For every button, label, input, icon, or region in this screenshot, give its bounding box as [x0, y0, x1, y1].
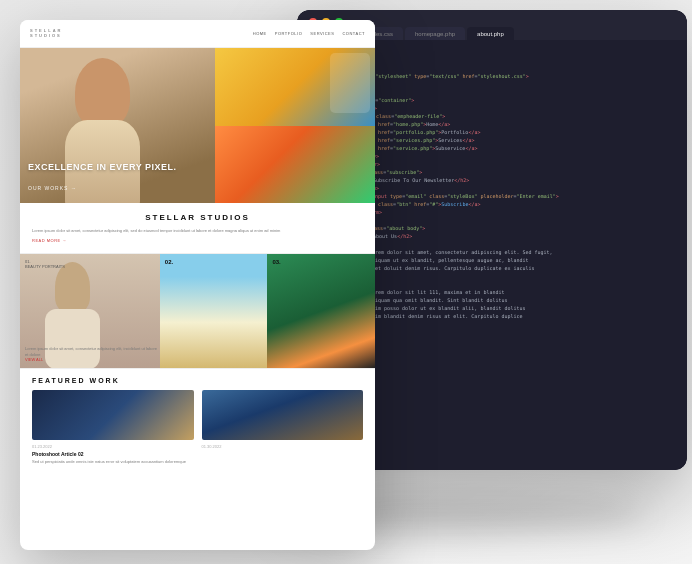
hero-person-image	[20, 48, 215, 203]
hero-headline: EXCELLENCE IN EVERY PIXEL.	[28, 163, 177, 173]
nav-home[interactable]: HOME	[253, 31, 267, 36]
hero-cta-link[interactable]: Our Works	[28, 185, 77, 191]
site-hero: EXCELLENCE IN EVERY PIXEL. Our Works	[20, 48, 375, 203]
hero-side-image-1	[215, 48, 375, 126]
studio-content: STELLAR STUDIOS Lorem ipsum dolor sit am…	[20, 203, 375, 253]
hero-side-images	[215, 48, 375, 203]
tab-homepage[interactable]: homepage.php	[405, 27, 465, 40]
featured-articles-row: 01.23.2022 Photoshoot Article 02 Sed ut …	[32, 390, 363, 465]
portfolio-label-1: 01. BEAUTY PORTRAITS	[25, 259, 65, 269]
portfolio-sub-text: Lorem ipsum dolor sit amet, consectetur …	[25, 346, 160, 363]
tab-about[interactable]: about.php	[467, 27, 514, 40]
featured-article-title-1[interactable]: Photoshoot Article 02	[32, 451, 194, 457]
content-row: Lorem ipsum dolor sit amet, consectetur …	[32, 228, 363, 243]
scene: styles.css homepage.php about.php 123 45…	[0, 0, 692, 564]
site-nav: STELLAR STUDIOS HOME PORTFOLIO SERVICES …	[20, 20, 375, 48]
studio-title: STELLAR STUDIOS	[32, 213, 363, 222]
content-left: Lorem ipsum dolor sit amet, consectetur …	[32, 228, 363, 243]
nav-links: HOME PORTFOLIO SERVICES CONTACT	[253, 31, 365, 36]
nav-contact[interactable]: CONTACT	[342, 31, 365, 36]
hero-main-image: EXCELLENCE IN EVERY PIXEL. Our Works	[20, 48, 215, 203]
portfolio-item-1: 01. BEAUTY PORTRAITS Lorem ipsum dolor s…	[20, 254, 160, 368]
featured-title: FEATURED WORK	[32, 377, 363, 384]
featured-section: FEATURED WORK 01.23.2022 Photoshoot Arti…	[20, 368, 375, 465]
website-mockup: STELLAR STUDIOS HOME PORTFOLIO SERVICES …	[20, 20, 375, 550]
nav-portfolio[interactable]: PORTFOLIO	[275, 31, 303, 36]
nav-services[interactable]: SERVICES	[310, 31, 334, 36]
featured-image-2	[202, 390, 364, 440]
site-logo: STELLAR STUDIOS	[30, 29, 62, 38]
logo-line2: STUDIOS	[30, 34, 62, 38]
portfolio-label-2: 02.	[165, 259, 173, 265]
featured-image-1	[32, 390, 194, 440]
portfolio-section: 01. BEAUTY PORTRAITS Lorem ipsum dolor s…	[20, 253, 375, 368]
portfolio-item-3: 03.	[267, 254, 375, 368]
portfolio-image-2	[160, 254, 268, 368]
read-more-link[interactable]: Read More	[32, 238, 363, 243]
portfolio-label-3: 03.	[272, 259, 280, 265]
featured-article-1: 01.23.2022 Photoshoot Article 02 Sed ut …	[32, 390, 194, 465]
code-lines: <!DOCTYPE html> <html> <head> <link rel=…	[325, 40, 687, 470]
portfolio-item-2: 02.	[160, 254, 268, 368]
featured-article-2: 01.30.2022	[202, 390, 364, 465]
hero-side-image-2	[215, 126, 375, 203]
featured-excerpt-1: Sed ut perspiciatis unde omnis iste natu…	[32, 459, 194, 465]
portfolio-image-3	[267, 254, 375, 368]
content-body-text: Lorem ipsum dolor sit amet, consectetur …	[32, 228, 363, 234]
featured-date-1: 01.23.2022	[32, 444, 194, 449]
portfolio-view-all[interactable]: View All	[25, 357, 43, 362]
featured-date-2: 01.30.2022	[202, 444, 364, 449]
